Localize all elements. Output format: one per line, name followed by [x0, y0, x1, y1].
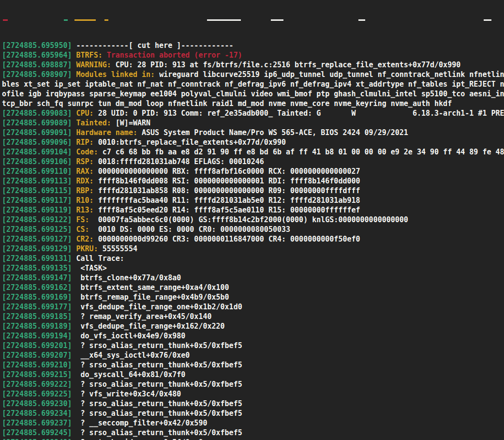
log-text: ? srso_alias_return_thunk+0x5/0xfbef5 [76, 380, 242, 389]
log-line: [2724885.695964] BTRFS: Transaction abor… [2, 50, 504, 60]
error-text: Transaction aborted (error -17) [107, 51, 242, 60]
log-line: [2724885.699177] vfs_dedupe_file_range_o… [2, 302, 504, 312]
timestamp: [2724885.699117] [2, 196, 76, 205]
log-line: [2724885.699131] Call Trace: [2, 254, 504, 263]
log-label: CPU: [76, 109, 98, 118]
log-text: 0010 DS: 0000 ES: 0000 CR0: 000000008005… [94, 225, 290, 234]
log-line: [2724885.699110] RAX: 0000000000000000 R… [2, 167, 504, 176]
timestamp: [2724885.699125] [2, 225, 76, 234]
log-line: [2724885.699225] ? vfs_write+0x3c4/0x480 [2, 389, 504, 399]
clipped-text-fragment [64, 19, 68, 21]
log-line: [2724885.699210] ? srso_alias_return_thu… [2, 360, 504, 370]
log-text: bles xt_set ip_set iptable_nat nf_nat nf… [2, 80, 504, 89]
timestamp: [2724885.699106] [2, 157, 76, 166]
timestamp: [2724885.699147] [2, 273, 76, 282]
log-text: ? srso_alias_return_thunk+0x5/0xfbef5 [76, 399, 242, 408]
log-text: 28 UID: 0 PID: 913 Comm: ref_2e35adb000_… [98, 109, 504, 118]
timestamp: [2724885.699127] [2, 235, 76, 243]
log-line: [2724885.699169] btrfs_remap_file_range+… [2, 292, 504, 302]
log-text: 0018:ffffd281031ab748 EFLAGS: 00010246 [98, 157, 264, 166]
log-label: RAX: [76, 167, 98, 176]
log-line: ofile igb irqbypass sparse_keymap ee1004… [2, 89, 504, 99]
log-line: [2724885.699113] RDX: ffff8b146f0dd008 R… [2, 176, 504, 186]
log-line: [2724885.699089] Tainted: [W]=WARN [2, 118, 504, 128]
log-label: Tainted: [76, 119, 116, 127]
log-line: [2724885.699106] RSP: 0018:ffffd281031ab… [2, 157, 504, 167]
log-label: Modules linked in: [76, 70, 160, 79]
timestamp: [2724885.699222] [2, 380, 76, 389]
log-text: vfs_dedupe_file_range+0x162/0x220 [76, 322, 225, 331]
log-line: [2724885.699245] ? srso_alias_return_thu… [2, 428, 504, 438]
log-label: Code: [76, 148, 103, 156]
timestamp: [2724885.699194] [2, 332, 76, 340]
timestamp: [2724885.695950] [2, 41, 76, 50]
log-text: tcp_bbr sch_fq sunrpc tun dm_mod loop nf… [2, 99, 452, 108]
log-line: [2724885.699189] vfs_dedupe_file_range+0… [2, 321, 504, 331]
timestamp: [2724885.699129] [2, 244, 76, 253]
log-label: BTRFS: [76, 51, 107, 60]
log-line: [2724885.699162] btrfs_extent_same_range… [2, 283, 504, 292]
log-text: do_syscall_64+0x81/0x7f0 [76, 370, 186, 379]
log-text: ? remap_verify_area+0x45/0x140 [76, 312, 212, 321]
terminal-window[interactable]: [2724885.695950] ------------[ cut here … [0, 0, 504, 440]
timestamp: [2724885.699091] [2, 128, 76, 137]
log-text: c7 c6 68 bb fb aa e8 d2 91 90 ff e8 bd 6… [103, 148, 504, 156]
log-line: [2724885.699185] ? remap_verify_area+0x4… [2, 312, 504, 321]
log-label: RIP: [76, 138, 98, 147]
log-line: [2724885.695950] ------------[ cut here … [2, 41, 504, 50]
log-label: FS: [76, 215, 94, 224]
log-text: Call Trace: [76, 254, 124, 263]
timestamp: [2724885.699169] [2, 293, 76, 302]
timestamp: [2724885.699115] [2, 186, 76, 195]
log-line: [2724885.699096] RIP: 0010:btrfs_replace… [2, 137, 504, 147]
log-line: bles xt_set ip_set iptable_nat nf_nat nf… [2, 79, 504, 89]
log-line: [2724885.699222] ? srso_alias_return_thu… [2, 379, 504, 389]
log-text: ffffd281031ab858 R08: 0000000000000000 R… [98, 186, 360, 195]
log-line: [2724885.699207] __x64_sys_ioctl+0x76/0x… [2, 350, 504, 360]
log-line: [2724885.699119] R13: ffff8af5c05eed20 R… [2, 205, 504, 215]
log-text: 0000000000000000 RBX: ffff8afbf16c0000 R… [98, 167, 360, 176]
timestamp: [2724885.699083] [2, 109, 76, 118]
log-text: do_vfs_ioctl+0x4e9/0x980 [76, 332, 186, 340]
clipped-text-fragment [358, 19, 365, 21]
log-label: CR2: [76, 235, 98, 243]
log-text: __x64_sys_ioctl+0x76/0xe0 [76, 351, 190, 360]
log-line: [2724885.699083] CPU: 28 UID: 0 PID: 913… [2, 108, 504, 118]
log-text: btrfs_remap_file_range+0x4b9/0x5b0 [76, 293, 229, 302]
log-label: CS: [76, 225, 94, 234]
timestamp: [2724885.698907] [2, 70, 76, 79]
log-text: ffff8af5c05eed20 R14: ffff8af5c5ae0110 R… [98, 206, 360, 214]
timestamp: [2724885.699119] [2, 206, 76, 214]
timestamp: [2724885.699096] [2, 138, 76, 147]
timestamp: [2724885.699234] [2, 409, 76, 418]
log-label: RDX: [76, 177, 98, 185]
log-line: [2724885.699201] ? srso_alias_return_thu… [2, 341, 504, 350]
timestamp: [2724885.699245] [2, 428, 76, 437]
timestamp: [2724885.699110] [2, 167, 76, 176]
log-text: btrfs_extent_same_range+0xa4/0x100 [76, 283, 229, 292]
log-text: wireguard libcurve25519 ip6_udp_tunnel u… [159, 70, 504, 79]
timestamp: [2724885.698887] [2, 61, 76, 69]
log-text: ofile igb irqbypass sparse_keymap ee1004… [2, 90, 504, 98]
log-line: [2724885.699237] ? __seccomp_filter+0x42… [2, 418, 504, 428]
timestamp: [2724885.699201] [2, 341, 76, 350]
log-line: [2724885.699125] CS: 0010 DS: 0000 ES: 0… [2, 225, 504, 234]
log-text: 0000000000d99260 CR3: 0000000116847000 C… [98, 235, 360, 243]
log-line: [2724885.699104] Code: c7 c6 68 bb fb aa… [2, 147, 504, 157]
clipped-text-fragment [104, 19, 108, 21]
log-text: ? __seccomp_filter+0x42/0x590 [76, 419, 208, 427]
clipped-text-fragment [74, 19, 96, 21]
log-line: [2724885.698907] Modules linked in: wire… [2, 70, 504, 79]
timestamp: [2724885.699131] [2, 254, 76, 263]
clipped-previous-line [2, 19, 504, 21]
clipped-text-fragment [271, 19, 283, 21]
log-label: R13: [76, 206, 98, 214]
log-line: [2724885.699115] RBP: ffffd281031ab858 R… [2, 186, 504, 196]
log-line: tcp_bbr sch_fq sunrpc tun dm_mod loop nf… [2, 99, 504, 108]
log-text: btrfs_clone+0x77a/0x8a0 [76, 273, 181, 282]
log-line: [2724885.699127] CR2: 0000000000d99260 C… [2, 234, 504, 244]
log-line: [2724885.699117] R10: ffffffffac5baa40 R… [2, 196, 504, 205]
log-label: RBP: [76, 186, 98, 195]
log-label: RSP: [76, 157, 98, 166]
log-text: ASUS System Product Name/Pro WS 565-ACE,… [142, 128, 408, 137]
